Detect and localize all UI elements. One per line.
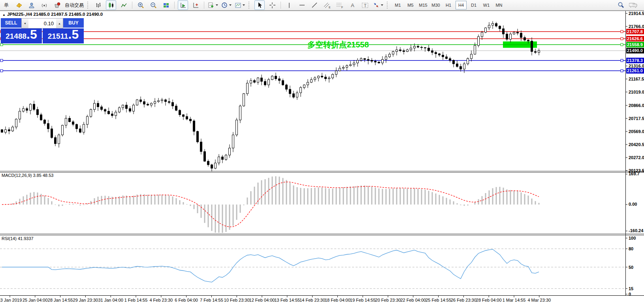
rsi-line [2, 249, 539, 282]
candlestick-icon[interactable] [106, 0, 116, 10]
crosshair-icon[interactable] [267, 0, 277, 10]
indicators-button[interactable] [207, 0, 218, 10]
macd-tick-label: 0.00 [629, 202, 637, 207]
candlestick [143, 101, 145, 104]
dropdown-caret[interactable] [381, 4, 383, 6]
text-label-icon[interactable]: T [360, 0, 370, 10]
price-tick-label: 21019.0 [629, 90, 644, 94]
fibonacci-icon[interactable]: F [335, 0, 345, 10]
chart-shift-icon[interactable] [190, 0, 201, 10]
candlestick [279, 79, 281, 80]
toolbar-grip[interactable] [249, 2, 251, 9]
auto-trading-icon[interactable] [52, 0, 62, 10]
zoom-in-icon[interactable] [136, 0, 146, 10]
dropdown-caret[interactable] [243, 4, 245, 6]
candlestick [204, 152, 206, 161]
candlestick [264, 81, 266, 85]
candlestick [478, 37, 480, 45]
tf-mn[interactable]: MN [493, 1, 505, 9]
cursor-icon[interactable] [254, 0, 265, 10]
tf-w1[interactable]: W1 [481, 1, 492, 9]
equidistant-channel-icon[interactable]: E [322, 0, 332, 10]
time-axis-label: 23 Jan 2019 [0, 298, 22, 302]
trendline-icon[interactable] [309, 0, 320, 10]
new-order-icon[interactable] [14, 0, 24, 10]
tile-windows-icon[interactable] [161, 0, 171, 10]
candlestick [72, 122, 74, 124]
candlestick [439, 54, 441, 55]
toolbar-grip[interactable] [387, 2, 390, 9]
line-chart-icon[interactable] [119, 0, 129, 10]
turning-point-annotation[interactable]: 多空转折点21558 [307, 40, 369, 49]
level-handle[interactable] [621, 30, 623, 33]
candlestick [431, 51, 433, 52]
candlestick [122, 105, 124, 108]
tf-h4[interactable]: H4 [456, 1, 467, 9]
candlestick [460, 66, 462, 69]
level-handle[interactable] [0, 43, 3, 46]
time-axis-label: 29 Jan 23:30 [73, 298, 98, 302]
sell-price-display[interactable]: 21488 .5 [1, 28, 42, 43]
zoom-out-icon[interactable] [148, 0, 158, 10]
tf-m30[interactable]: M30 [430, 1, 441, 9]
vertical-line-icon[interactable] [284, 0, 294, 10]
candlestick [154, 101, 156, 103]
tf-d1[interactable]: D1 [468, 1, 479, 9]
one-click-trading-panel: SELL ▼ 0.10 ▲ BUY 21488 .5 21511 .5 [1, 18, 84, 43]
tf-m5[interactable]: M5 [405, 1, 416, 9]
candlestick [168, 101, 170, 102]
tf-h1[interactable]: H1 [443, 1, 454, 9]
candlestick [371, 60, 373, 61]
templates-button[interactable] [234, 0, 245, 10]
auto-trading-label[interactable]: 自动交易 [64, 0, 84, 10]
level-handle[interactable] [621, 59, 623, 62]
auto-scroll-icon[interactable] [178, 0, 188, 10]
periods-button[interactable] [221, 0, 232, 10]
tf-m1[interactable]: M1 [392, 1, 403, 9]
buy-price-display[interactable]: 21511 .5 [43, 28, 84, 43]
candlestick [396, 50, 398, 51]
volume-input[interactable]: 0.10 [28, 19, 56, 28]
rsi-tick-label: 80 [629, 246, 633, 251]
candlestick [442, 55, 444, 56]
dropdown-caret[interactable] [229, 4, 232, 6]
profile-icon[interactable] [26, 0, 37, 10]
candlestick [179, 110, 181, 115]
candlestick [321, 76, 323, 77]
bar-chart-icon[interactable] [93, 0, 104, 10]
main-toolbar: 单 自动交易 [0, 0, 644, 11]
svg-text:T: T [364, 3, 367, 8]
candlestick [399, 50, 401, 51]
level-handle[interactable] [621, 43, 623, 46]
time-axis-label: 10 Feb 23:30 [224, 298, 250, 302]
volume-decrease-button[interactable]: ▼ [22, 19, 28, 28]
toolbar-grip[interactable] [87, 2, 90, 9]
horizontal-line-icon[interactable] [297, 0, 307, 10]
search-icon[interactable] [616, 0, 626, 10]
time-axis-label: 6 Feb 04:00 [175, 298, 198, 302]
time-axis-label: 22 Feb 04:00 [400, 298, 426, 302]
text-icon[interactable]: A [347, 0, 358, 10]
volume-increase-button[interactable]: ▲ [56, 19, 63, 28]
candlestick [111, 114, 113, 115]
dropdown-caret[interactable] [216, 4, 218, 6]
level-handle[interactable] [621, 38, 623, 40]
candlestick [79, 129, 81, 132]
level-handle[interactable] [621, 69, 623, 72]
level-handle[interactable] [0, 69, 3, 72]
candlestick [37, 109, 39, 115]
new-order-cut-label[interactable]: 单 [1, 0, 11, 10]
candlestick [378, 62, 380, 63]
level-handle[interactable] [0, 59, 3, 62]
candlestick [197, 131, 199, 142]
sell-button[interactable]: SELL [1, 18, 21, 28]
chat-icon[interactable] [628, 0, 638, 10]
signal-icon[interactable] [39, 0, 49, 10]
tf-m15[interactable]: M15 [418, 1, 429, 9]
panel-collapse-icon[interactable]: ▲ [2, 13, 6, 17]
price-badge-label: 21558.9 [627, 42, 643, 47]
arrows-icon[interactable] [373, 0, 384, 10]
candlestick [449, 58, 451, 60]
price-badge-label: 21707.8 [627, 29, 643, 34]
candlestick [83, 124, 85, 132]
